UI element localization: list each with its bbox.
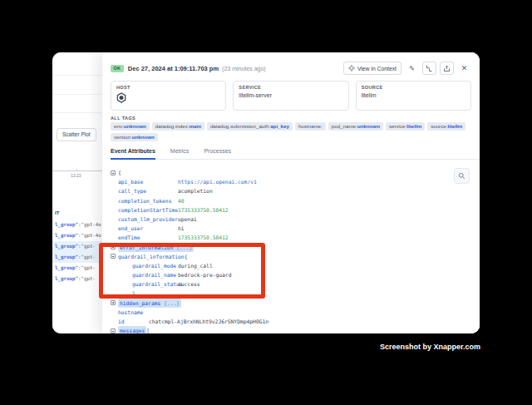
attribute-value: success bbox=[178, 279, 200, 289]
attribute-row: call_typeacompletion bbox=[111, 186, 450, 195]
brace: { bbox=[118, 168, 121, 177]
tag-chip[interactable]: version:unknown bbox=[111, 133, 158, 141]
info-box-label: HOST bbox=[116, 85, 220, 90]
left-table-row[interactable]: l_group":"gpt-4o bbox=[52, 230, 102, 241]
collapse-icon[interactable] bbox=[111, 170, 116, 175]
attribute-key[interactable]: guardrail_information bbox=[118, 252, 185, 261]
tag-key: version: bbox=[114, 134, 132, 140]
row-value: :"gpt- bbox=[78, 265, 96, 270]
left-table-rows: l_group":"gpt-4ol_group":"gpt-4ol_group"… bbox=[52, 220, 102, 284]
tag-key: datadog.index: bbox=[155, 123, 190, 129]
search-icon bbox=[458, 172, 466, 180]
attribute-value: hi bbox=[178, 224, 185, 233]
attribute-row: api_basehttps://api.openai.com/v1 bbox=[111, 177, 450, 186]
attribute-key[interactable]: id bbox=[118, 317, 149, 326]
left-table-row[interactable]: l_group":"gpt- bbox=[52, 252, 102, 263]
attribute-key[interactable]: completionStartTime bbox=[118, 205, 178, 215]
row-value: :"gpt- bbox=[78, 254, 96, 259]
host-hexagon-icon bbox=[116, 92, 126, 103]
tag-chip[interactable]: pod_name:unknown bbox=[328, 122, 383, 131]
tag-key: service: bbox=[389, 123, 406, 129]
attribute-key[interactable]: api_base bbox=[118, 177, 178, 186]
scatter-plot-button[interactable]: Scatter Plot bbox=[57, 128, 96, 141]
correlations-button[interactable] bbox=[422, 62, 436, 75]
left-table-row[interactable]: l_group":"gpt-4o bbox=[52, 220, 102, 230]
attribute-key[interactable]: messages bbox=[118, 326, 146, 333]
attribute-key[interactable]: completion_tokens bbox=[118, 196, 178, 205]
edit-button[interactable]: ✎ bbox=[405, 62, 419, 75]
all-tags-label: ALL TAGS bbox=[111, 116, 135, 121]
attribute-key[interactable]: custom_llm_provider bbox=[118, 215, 178, 224]
attribute-key[interactable]: hidden_params {...} bbox=[118, 299, 181, 308]
attribute-value: bedrock-pre-guard bbox=[178, 270, 231, 279]
attribute-key[interactable]: guardrail_mode bbox=[132, 261, 178, 270]
tag-value: api_key bbox=[270, 123, 289, 129]
collapse-icon[interactable] bbox=[111, 328, 116, 333]
info-box-value: litellm-server bbox=[239, 92, 342, 98]
view-in-context-button[interactable]: View in Context bbox=[343, 62, 401, 75]
host-service-source-row: HOSTSERVICElitellm-serverSOURCElitellm bbox=[111, 81, 471, 111]
tag-chip[interactable]: env:unknown bbox=[111, 122, 150, 131]
attribute-row: } bbox=[111, 289, 450, 298]
tag-chip[interactable]: datadog.index:main bbox=[152, 122, 204, 131]
status-badge: OK bbox=[111, 65, 124, 72]
expand-icon[interactable] bbox=[111, 244, 116, 249]
left-table-row[interactable]: l_group":"gpt- bbox=[52, 263, 102, 274]
attribute-key[interactable]: guardrail_status bbox=[132, 279, 178, 289]
left-table-row[interactable]: l_group":"gpt- bbox=[52, 274, 102, 284]
tag-chip[interactable]: service:litellm bbox=[386, 122, 425, 131]
left-table-header: IT bbox=[55, 210, 59, 215]
expand-icon[interactable] bbox=[111, 300, 116, 305]
attribute-key[interactable]: guardrail_name bbox=[132, 270, 178, 279]
attribute-row: guardrail_namebedrock-pre-guard bbox=[111, 270, 450, 279]
info-box-label: SERVICE bbox=[239, 85, 342, 90]
tab-event-attributes[interactable]: Event Attributes bbox=[111, 146, 155, 159]
attribute-value: openai bbox=[178, 215, 197, 224]
info-box-source: SOURCElitellm bbox=[356, 81, 471, 111]
row-key: l_group" bbox=[55, 222, 78, 227]
correlations-icon bbox=[426, 65, 433, 72]
attribute-row: guardrail_information { bbox=[111, 252, 450, 261]
tag-chip[interactable]: datadog.submission_auth:api_key bbox=[207, 122, 293, 131]
attribute-value[interactable]: https://api.openai.com/v1 bbox=[178, 177, 257, 186]
row-value: :"gpt-4o bbox=[78, 233, 101, 238]
attribute-value: 40 bbox=[178, 196, 185, 205]
close-panel-button[interactable]: ✕ bbox=[457, 62, 471, 75]
attribute-row: guardrail_statussuccess bbox=[111, 279, 450, 289]
header-actions: View in Context ✎ bbox=[343, 62, 471, 75]
attribute-key[interactable]: error_information {...} bbox=[118, 243, 194, 252]
tag-chip[interactable]: source:litellm bbox=[427, 122, 466, 131]
watermark-text: Screenshot by Xnapper.com bbox=[380, 343, 480, 351]
row-value: :"gpt- bbox=[78, 276, 96, 281]
tag-key: env: bbox=[114, 123, 124, 129]
attribute-key[interactable]: call_type bbox=[118, 186, 178, 195]
brace: [ bbox=[146, 326, 150, 333]
tag-value: litellm bbox=[447, 123, 462, 129]
attribute-row: hostname bbox=[111, 308, 450, 317]
attribute-key[interactable]: endTime bbox=[118, 233, 178, 242]
attribute-row: completion_tokens40 bbox=[111, 196, 450, 205]
tab-metrics[interactable]: Metrics bbox=[170, 146, 190, 159]
search-attributes-button[interactable] bbox=[454, 168, 470, 184]
attribute-row: { bbox=[111, 168, 450, 177]
attribute-key[interactable]: end_user bbox=[118, 224, 178, 233]
tab-processes[interactable]: Processes bbox=[204, 146, 231, 159]
attribute-value: during_call bbox=[178, 261, 213, 270]
attribute-value: chatcmpl-AjBrxhNLht9v2J6rSNYDmp4pH0G1n bbox=[149, 317, 268, 326]
chart-axis-tick-label: 13:23 bbox=[71, 173, 81, 178]
event-attributes-json: {api_basehttps://api.openai.com/v1call_t… bbox=[111, 168, 450, 333]
attribute-row: error_information {...} bbox=[111, 243, 450, 252]
tag-key: datadog.submission_auth: bbox=[210, 123, 270, 129]
attribute-row: messages [ bbox=[111, 326, 450, 333]
attribute-value: 1735333750.50412 bbox=[178, 205, 229, 215]
collapse-icon[interactable] bbox=[111, 254, 116, 259]
tag-list: env:unknowndatadog.index:maindatadog.sub… bbox=[111, 122, 468, 141]
tag-chip[interactable]: hostname: bbox=[295, 122, 326, 131]
info-box-host: HOST bbox=[111, 81, 226, 111]
tab-bar: Event AttributesMetricsProcesses bbox=[111, 146, 480, 160]
attribute-key[interactable]: hostname bbox=[118, 308, 149, 317]
left-table-row[interactable]: l_group":"gpt- bbox=[52, 241, 102, 252]
export-button[interactable] bbox=[440, 62, 454, 75]
row-key: l_group" bbox=[55, 254, 78, 259]
tag-value: unknown bbox=[124, 123, 146, 129]
